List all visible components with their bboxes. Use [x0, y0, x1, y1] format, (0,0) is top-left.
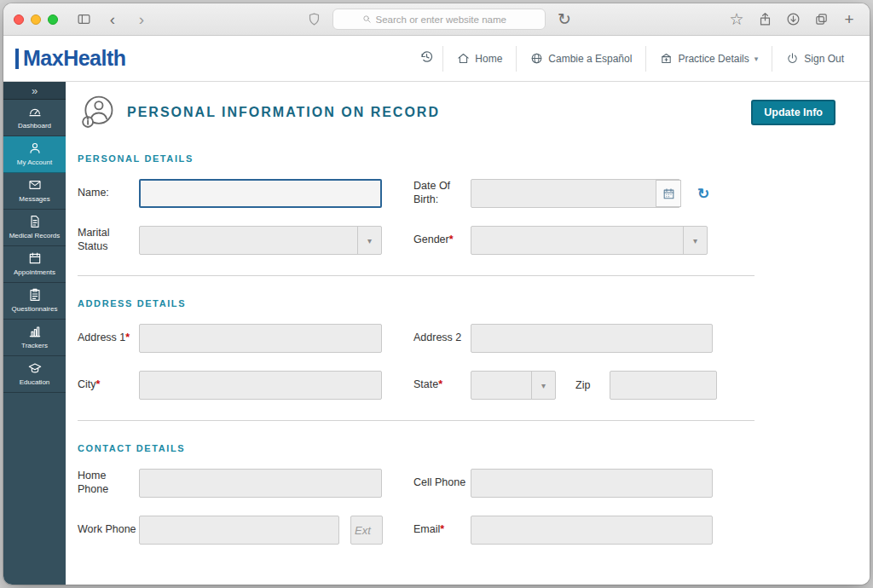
gender-label: Gender* — [413, 233, 471, 247]
address-bar[interactable] — [332, 9, 546, 30]
nav-sign-out[interactable]: Sign Out — [772, 44, 858, 73]
new-tab-icon[interactable]: + — [839, 9, 859, 30]
maxhealth-logo[interactable]: MaxHealth — [15, 46, 126, 71]
practice-icon — [660, 52, 673, 65]
document-icon — [28, 215, 42, 228]
forward-button[interactable]: › — [131, 9, 152, 30]
history-icon[interactable] — [411, 49, 442, 67]
bar-chart-icon — [28, 325, 42, 338]
dob-label: Date Of Birth: — [413, 180, 471, 206]
sidebar-item-dashboard[interactable]: Dashboard — [3, 100, 66, 136]
required-asterisk: * — [96, 378, 101, 390]
power-icon — [786, 52, 799, 65]
calendar-icon — [28, 251, 42, 265]
address2-input[interactable] — [471, 324, 713, 353]
person-icon — [28, 141, 42, 155]
logo-text: MaxHealth — [23, 46, 126, 71]
clipboard-list-icon — [28, 288, 42, 302]
bookmark-star-icon[interactable]: ☆ — [726, 9, 747, 30]
sidebar-item-education[interactable]: Education — [3, 356, 66, 393]
update-info-button[interactable]: Update Info — [751, 100, 835, 125]
main-content: PERSONAL INFORMATION ON RECORD Update In… — [66, 82, 870, 585]
nav-language[interactable]: Cambie a Español — [517, 44, 645, 73]
minimize-window-button[interactable] — [31, 14, 41, 25]
nav-practice-details[interactable]: Practice Details ▾ — [646, 44, 772, 73]
search-input[interactable] — [376, 14, 517, 25]
email-input[interactable] — [471, 516, 713, 545]
nav-home[interactable]: Home — [443, 44, 516, 73]
required-asterisk: * — [440, 523, 444, 535]
section-divider — [78, 420, 754, 421]
form-row: Marital Status ▾ Gender* ▾ — [78, 226, 870, 255]
chevron-down-icon: ▾ — [531, 372, 555, 399]
home-icon — [457, 52, 470, 65]
sidebar: » Dashboard My Account Messages Medical … — [3, 82, 66, 585]
form-row: Address 1* Address 2 — [78, 324, 870, 353]
form-row: Work Phone Email* — [78, 516, 870, 545]
calendar-picker-button[interactable] — [656, 180, 681, 207]
home-phone-label: Home Phone — [78, 470, 139, 496]
logo-bar — [15, 49, 19, 69]
window-controls — [14, 14, 58, 25]
person-info-icon — [79, 94, 117, 131]
form-row: City* State* ▾ Zip — [78, 371, 870, 400]
sidebar-item-trackers[interactable]: Trackers — [3, 320, 66, 356]
sidebar-item-appointments[interactable]: Appointments — [3, 246, 66, 283]
work-phone-ext-input[interactable] — [350, 516, 383, 545]
share-icon[interactable] — [754, 9, 775, 30]
sidebar-collapse-button[interactable]: » — [3, 82, 66, 100]
address2-label: Address 2 — [413, 331, 471, 345]
search-icon — [362, 14, 372, 24]
marital-status-select[interactable]: ▾ — [139, 226, 382, 255]
work-phone-label: Work Phone — [78, 523, 139, 537]
sidebar-item-my-account[interactable]: My Account — [3, 136, 66, 173]
close-window-button[interactable] — [14, 14, 24, 25]
browser-toolbar: ‹ › ↻ ☆ + — [3, 3, 870, 36]
sidebar-item-medical-records[interactable]: Medical Records — [3, 210, 66, 246]
zip-label: Zip — [575, 379, 610, 391]
tab-overview-icon[interactable] — [811, 9, 831, 30]
chevron-down-icon: ▾ — [357, 227, 381, 254]
reload-icon[interactable]: ↻ — [554, 9, 575, 30]
page-title: PERSONAL INFORMATION ON RECORD — [127, 105, 440, 120]
header-nav: Home Cambie a Español Practice Details ▾… — [411, 36, 858, 81]
sidebar-toggle-icon[interactable] — [73, 9, 94, 30]
section-divider — [78, 275, 754, 276]
section-title-contact: CONTACT DETAILS — [78, 443, 870, 453]
back-button[interactable]: ‹ — [102, 9, 123, 30]
section-title-personal: PERSONAL DETAILS — [78, 153, 870, 164]
sidebar-item-questionnaires[interactable]: Questionnaires — [3, 283, 66, 320]
form-row: Home Phone Cell Phone — [78, 469, 870, 498]
graduation-cap-icon — [28, 361, 42, 375]
gauge-icon — [28, 105, 42, 118]
downloads-icon[interactable] — [783, 9, 803, 30]
required-asterisk: * — [438, 378, 442, 390]
home-phone-input[interactable] — [139, 469, 382, 498]
city-input[interactable] — [139, 371, 382, 400]
site-header: MaxHealth Home Cambie a Español Practice… — [3, 36, 870, 82]
browser-window: ‹ › ↻ ☆ + MaxHealth — [3, 3, 870, 585]
gender-select[interactable]: ▾ — [471, 226, 708, 255]
zip-input[interactable] — [610, 371, 717, 400]
envelope-icon — [28, 178, 42, 192]
section-title-address: ADDRESS DETAILS — [78, 298, 870, 308]
address1-label: Address 1* — [78, 331, 139, 345]
zoom-window-button[interactable] — [48, 14, 58, 25]
form-row: Name: Date Of Birth: ↻ — [78, 179, 870, 208]
sidebar-item-messages[interactable]: Messages — [3, 173, 66, 210]
address1-input[interactable] — [139, 324, 382, 353]
marital-status-label: Marital Status — [78, 227, 139, 253]
city-label: City* — [78, 378, 139, 392]
cell-phone-input[interactable] — [471, 469, 713, 498]
required-asterisk: * — [125, 331, 130, 343]
chevron-down-icon: ▾ — [683, 227, 707, 254]
dob-input[interactable] — [471, 179, 680, 208]
required-asterisk: * — [449, 233, 454, 245]
state-select[interactable]: ▾ — [471, 371, 556, 400]
dob-refresh-help-icon[interactable]: ↻ — [697, 187, 709, 201]
cell-phone-label: Cell Phone — [413, 476, 471, 490]
name-input[interactable] — [139, 179, 382, 208]
privacy-shield-icon[interactable] — [304, 9, 324, 30]
work-phone-input[interactable] — [139, 516, 339, 545]
state-label: State* — [413, 378, 471, 392]
